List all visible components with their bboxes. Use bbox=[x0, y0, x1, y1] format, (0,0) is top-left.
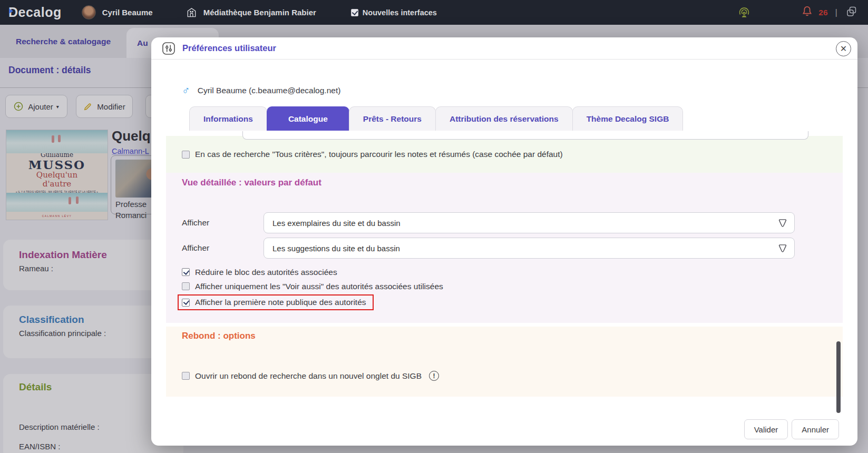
tab-prets-retours[interactable]: Prêts - Retours bbox=[349, 106, 436, 131]
close-icon[interactable]: ✕ bbox=[836, 41, 851, 56]
preferences-modal: Préférences utilisateur ✕ ♂ Cyril Beaume… bbox=[151, 37, 857, 446]
notification-count[interactable]: 26 bbox=[818, 8, 827, 17]
modal-user-row: ♂ Cyril Beaume (c.beaume@decalog.net) bbox=[182, 85, 857, 96]
first-public-note-checkbox[interactable] bbox=[182, 299, 190, 307]
dropdown-arrow-icon bbox=[778, 244, 787, 254]
checkbox-label: Réduire le bloc des autorités associées bbox=[195, 268, 337, 277]
tab-attribution-reservations[interactable]: Attribution des réservations bbox=[435, 106, 573, 131]
voir-aussi-checkbox[interactable] bbox=[182, 282, 190, 290]
exclamation-info-icon[interactable]: ! bbox=[429, 371, 439, 381]
checkbox-label: Afficher la première note publique des a… bbox=[195, 298, 366, 307]
rebond-new-tab-option: Ouvrir un rebond de recherche dans un no… bbox=[166, 371, 843, 381]
select-value: Les suggestions du site et du bassin bbox=[272, 244, 400, 253]
select-label: Afficher bbox=[182, 218, 264, 228]
voir-aussi-option: Afficher uniquement les "Voir aussi" des… bbox=[166, 279, 843, 293]
new-interfaces-label: Nouvelles interfaces bbox=[363, 8, 437, 17]
display-select-row-1: Afficher Les exemplaires du site et du b… bbox=[166, 212, 843, 233]
detailed-view-section: Vue détaillée : valeurs par défaut Affic… bbox=[166, 173, 843, 323]
display-select-2[interactable]: Les suggestions du site et du bassin bbox=[264, 238, 795, 259]
new-interfaces-checkbox[interactable] bbox=[351, 9, 358, 16]
rebond-section: Rebond : options Ouvrir un rebond de rec… bbox=[166, 327, 843, 397]
header-library-name[interactable]: Médiathèque Benjamin Rabier bbox=[203, 8, 316, 17]
search-options-section: En cas de recherche "Tous critères", tou… bbox=[166, 136, 843, 173]
top-header: Decalog Cyril Beaume Médiathèque Benjami… bbox=[0, 0, 868, 25]
decalog-logo-triangle-icon bbox=[9, 8, 13, 14]
rebond-title: Rebond : options bbox=[166, 331, 843, 341]
display-select-row-2: Afficher Les suggestions du site et du b… bbox=[166, 238, 843, 259]
modal-tab-bar: Informations Catalogue Prêts - Retours A… bbox=[189, 106, 857, 131]
duplicate-windows-icon[interactable] bbox=[846, 6, 857, 19]
screen: Decalog Cyril Beaume Médiathèque Benjami… bbox=[0, 0, 868, 453]
decalog-logo-text: Decalog bbox=[8, 5, 62, 20]
tab-theme-decalog-sigb[interactable]: Thème Decalog SIGB bbox=[572, 106, 684, 131]
header-user-name[interactable]: Cyril Beaume bbox=[102, 8, 153, 17]
scrolled-text-input[interactable] bbox=[242, 131, 808, 140]
dropdown-arrow-icon bbox=[778, 219, 787, 229]
first-public-note-option-highlighted: Afficher la première note publique des a… bbox=[178, 294, 374, 310]
broadcast-icon[interactable] bbox=[738, 6, 750, 19]
validate-button[interactable]: Valider bbox=[744, 419, 788, 439]
modal-header: Préférences utilisateur ✕ bbox=[151, 37, 857, 60]
checkbox-label: Ouvrir un rebond de recherche dans un no… bbox=[195, 371, 422, 381]
display-select-1[interactable]: Les exemplaires du site et du bassin bbox=[264, 212, 795, 233]
checkbox-label: Afficher uniquement les "Voir aussi" des… bbox=[195, 282, 443, 291]
modal-user-line: Cyril Beaume (c.beaume@decalog.net) bbox=[198, 86, 341, 95]
reduce-authorities-option: Réduire le bloc des autorités associées bbox=[166, 265, 843, 279]
cancel-button[interactable]: Annuler bbox=[792, 419, 839, 439]
rebond-new-tab-checkbox[interactable] bbox=[182, 372, 190, 380]
tab-informations[interactable]: Informations bbox=[189, 106, 267, 131]
library-building-icon bbox=[186, 6, 198, 18]
modal-scrollbar-thumb[interactable] bbox=[836, 341, 841, 413]
search-notes-label: En cas de recherche "Tous critères", tou… bbox=[195, 150, 563, 159]
reduce-authorities-checkbox[interactable] bbox=[182, 268, 190, 276]
select-label: Afficher bbox=[182, 243, 264, 253]
male-gender-icon: ♂ bbox=[182, 85, 190, 96]
bell-icon[interactable] bbox=[801, 5, 813, 19]
header-divider: | bbox=[835, 7, 837, 18]
modal-footer: Valider Annuler bbox=[744, 419, 839, 439]
user-avatar[interactable] bbox=[82, 5, 96, 19]
modal-content: En cas de recherche "Tous critères", tou… bbox=[166, 136, 843, 397]
modal-title: Préférences utilisateur bbox=[182, 43, 276, 53]
tab-catalogue[interactable]: Catalogue bbox=[267, 106, 349, 131]
select-value: Les exemplaires du site et du bassin bbox=[272, 219, 401, 228]
detailed-view-title: Vue détaillée : valeurs par défaut bbox=[166, 178, 843, 188]
new-interfaces-toggle[interactable]: Nouvelles interfaces bbox=[351, 8, 437, 17]
sliders-icon bbox=[162, 42, 175, 55]
search-notes-checkbox[interactable] bbox=[182, 151, 190, 159]
decalog-logo[interactable]: Decalog bbox=[8, 5, 62, 20]
